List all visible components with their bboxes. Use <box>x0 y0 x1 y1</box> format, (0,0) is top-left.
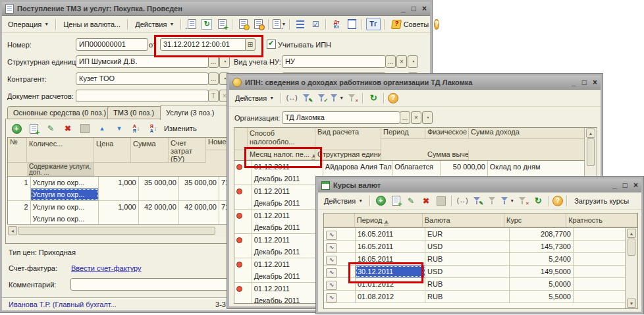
save-button[interactable] <box>435 194 448 208</box>
tips-button[interactable]: Советы <box>389 18 432 30</box>
scroll-thumb[interactable] <box>628 239 635 256</box>
prices-currency-button[interactable]: Цены и валюта... <box>60 19 124 30</box>
cell-marker-2[interactable] <box>234 197 252 209</box>
cell-period[interactable]: 01.12.2011 <box>252 234 323 246</box>
number-input[interactable]: ИП000000001 <box>76 38 148 51</box>
col-marker-header[interactable] <box>234 128 248 150</box>
cell-icon[interactable]: ∿ <box>324 253 356 265</box>
cell-person[interactable]: Айдарова Алия Тал... <box>323 161 392 173</box>
help-icon[interactable]: ? <box>552 196 563 206</box>
cell-currency[interactable]: RUB <box>425 253 510 265</box>
col-income-header[interactable]: Сумма дохода <box>469 128 585 139</box>
cell-rate[interactable]: 5,0000 <box>510 278 574 290</box>
minimize-button[interactable]: _ <box>612 181 617 189</box>
sort-desc-button[interactable]: ЯА↓ <box>147 122 160 135</box>
actions-menu[interactable]: Действия▼ <box>132 19 177 30</box>
receipt-titlebar[interactable]: Поступление ТМЗ и услуг: Покупка. Провед… <box>2 2 430 16</box>
cell-marker[interactable] <box>234 283 252 295</box>
cell-calctype[interactable]: Оклад по дням <box>488 161 597 173</box>
post-button[interactable] <box>236 18 250 31</box>
table-row[interactable]: ∿ 01.08.2012 RUB 5,5000 1 <box>324 291 637 303</box>
scroll-down-button[interactable]: ▼ <box>627 299 636 308</box>
contractor-select-button[interactable]: ... <box>208 72 219 85</box>
structure-button[interactable] <box>294 18 307 31</box>
move-up-button[interactable]: ▲ <box>95 122 109 135</box>
col-qty-header[interactable]: Количес... <box>27 138 94 163</box>
cell-month[interactable]: Декабрь 2011 <box>252 173 323 185</box>
rates-titlebar[interactable]: Курсы валют _□× <box>318 179 641 192</box>
cell-method[interactable]: Облагается <box>392 161 441 173</box>
cell-period[interactable]: 16.05.2011 <box>356 253 425 265</box>
help-icon[interactable]: ? <box>388 93 398 103</box>
organization-input[interactable]: ТД Лакомка <box>282 111 400 124</box>
cell-qty[interactable]: 1,000 <box>99 177 138 188</box>
cell-marker-2[interactable] <box>234 270 252 282</box>
repost-button[interactable]: ↻ <box>200 18 213 31</box>
window-rates[interactable]: Курсы валют _□× Действия▼ + ✎ ✖ (↔) ✎ ▼ … <box>316 177 643 314</box>
set-filter-button[interactable]: ✎ <box>300 92 313 105</box>
edit-row-button[interactable]: ✎ <box>44 122 57 135</box>
journal-button[interactable] <box>345 18 358 31</box>
cell-sum-2[interactable] <box>179 188 219 200</box>
cell-period[interactable]: 16.05.2011 <box>356 228 425 240</box>
ipn-titlebar[interactable]: ИПН: сведения о доходах работников орган… <box>229 76 601 90</box>
edit-button[interactable]: ✎ <box>404 194 417 208</box>
col-period-header[interactable]: Период▲ <box>355 214 423 227</box>
scroll-thumb[interactable] <box>587 138 595 166</box>
cell-rate[interactable]: 5,2400 <box>510 253 574 265</box>
col-account-header[interactable]: Счет затрат (БУ) <box>169 138 206 163</box>
org-clear-button[interactable]: × <box>411 111 421 124</box>
calendar-button[interactable]: ⊞ <box>245 38 255 51</box>
cell-num[interactable]: 2 <box>8 201 31 213</box>
refresh-button[interactable]: ↻ <box>531 194 545 208</box>
cell-price[interactable]: 42 000,00 <box>139 201 179 213</box>
dtkt-button[interactable]: ДтКт <box>330 18 343 31</box>
move-down-button[interactable]: ▼ <box>113 122 126 135</box>
cell-currency[interactable]: RUB <box>425 278 510 290</box>
post-close-button[interactable] <box>185 18 198 31</box>
col-rate-header[interactable]: Курс <box>504 214 566 227</box>
delete-row-button[interactable]: ✖ <box>61 122 74 135</box>
table-row[interactable]: ∿ 16.05.2011 USD 145,7300 1 <box>324 241 637 253</box>
table-row[interactable]: ∿ 01.01.2012 RUB 5,0000 1 <box>324 278 637 291</box>
actions-menu[interactable]: Действия▼ <box>321 196 366 206</box>
tab-fixed-assets[interactable]: Основные средства (0 поз.) <box>7 106 113 119</box>
cell-marker-2[interactable] <box>234 173 252 185</box>
cell-month[interactable]: Декабрь 2011 <box>252 246 323 258</box>
cell-rate[interactable]: 5,5000 <box>510 291 574 302</box>
cell-sum[interactable]: 35 000,00 <box>179 177 219 188</box>
org-search-button[interactable]: ◔ <box>422 111 433 124</box>
cell-period[interactable]: 01.12.2011 <box>252 258 323 270</box>
scroll-up-button[interactable]: ▲ <box>627 229 636 238</box>
settlement-type-button[interactable]: T <box>208 90 219 102</box>
copy-row-button[interactable] <box>27 122 40 135</box>
cell-item-content[interactable]: Услуги по охр... <box>31 213 99 225</box>
close-button[interactable]: × <box>633 181 638 189</box>
cell-income[interactable]: 50 000,00 <box>441 161 488 173</box>
filter-by-value-button[interactable]: ✓ <box>315 92 329 105</box>
cell-marker[interactable] <box>234 234 252 246</box>
create-based-on-button[interactable]: ▼ <box>273 18 286 31</box>
settlement-doc-input[interactable] <box>76 90 209 102</box>
cell-marker[interactable] <box>234 185 252 197</box>
cell-price-2[interactable] <box>139 213 179 225</box>
nu-select-button[interactable]: ... <box>385 55 396 68</box>
help-icon[interactable]: ? <box>434 19 439 30</box>
col-method-header[interactable]: Способ налогообло... <box>248 128 315 150</box>
col-item-subheader[interactable]: Содержание услуги, доп. ... <box>27 163 94 176</box>
cell-item[interactable]: Услуги по охр... <box>31 177 99 188</box>
load-rates-button[interactable]: Загрузить курсы <box>571 196 632 206</box>
copy-button[interactable] <box>389 194 402 208</box>
col-currency-header[interactable]: Валюта <box>423 214 504 227</box>
save-row-button[interactable] <box>78 122 92 135</box>
minimize-button[interactable]: _ <box>572 78 576 86</box>
cell-marker-2[interactable] <box>234 246 252 258</box>
cell-sum-2[interactable] <box>179 213 219 225</box>
add-button[interactable]: + <box>374 194 387 208</box>
set-filter-button[interactable]: ✎ <box>471 194 484 208</box>
cell-period[interactable]: 01.01.2012 <box>356 278 425 290</box>
clear-filter-button[interactable]: × <box>516 194 529 208</box>
cell-marker[interactable] <box>234 161 252 173</box>
cell-month[interactable]: Декабрь 2011 <box>252 197 323 209</box>
cell-price-2[interactable] <box>139 188 179 200</box>
